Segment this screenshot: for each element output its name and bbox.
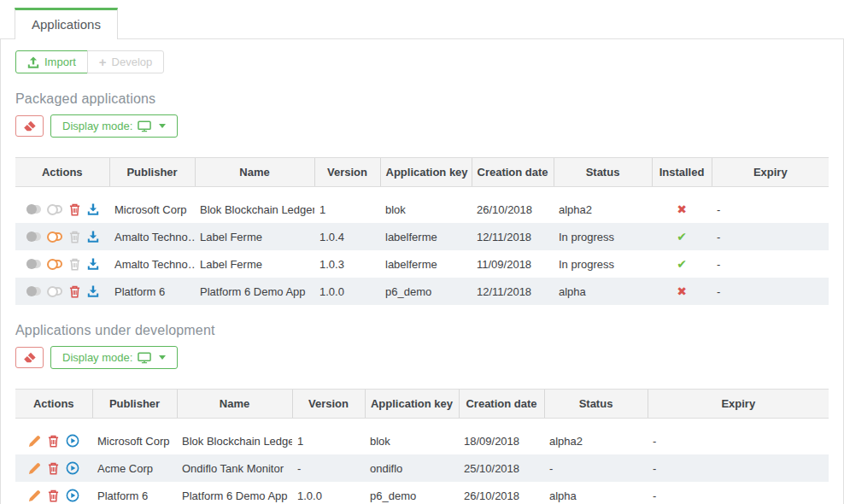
column-header-status: Status [544, 390, 648, 419]
status-cell: In progress [554, 250, 652, 278]
application-key-cell: labelferme [380, 250, 472, 278]
play-icon[interactable] [66, 461, 79, 475]
column-header-name: Name [195, 158, 314, 187]
expiry-cell: - [648, 482, 829, 504]
column-header-installed: Installed [652, 158, 712, 187]
play-icon[interactable] [66, 434, 79, 448]
eraser-button[interactable] [15, 347, 44, 368]
version-cell: - [292, 454, 365, 482]
application-key-cell: p6_demo [365, 482, 459, 504]
creation-date-cell: 18/09/2018 [459, 419, 544, 455]
packaged-controls: Display mode: [15, 114, 829, 138]
table-header-row: Actions Publisher Name Version Applicati… [15, 158, 829, 187]
creation-date-cell: 12/11/2018 [472, 223, 554, 250]
toggle-off-solid-icon[interactable] [26, 232, 41, 241]
table-header-row: Actions Publisher Name Version Applicati… [15, 390, 829, 419]
publisher-cell: Platform 6 [109, 278, 195, 305]
application-key-cell: ondiflo [365, 454, 459, 482]
delete-icon[interactable] [48, 435, 59, 448]
actions-cell [21, 461, 87, 475]
expiry-cell: - [712, 278, 829, 305]
toolbar: Import + Develop [15, 50, 164, 73]
delete-icon[interactable] [69, 285, 80, 298]
chevron-down-icon [159, 124, 166, 128]
display-mode-label: Display mode: [62, 120, 132, 132]
develop-label: Develop [112, 56, 153, 68]
version-cell: 1 [314, 187, 380, 224]
version-cell: 1 [292, 419, 365, 455]
edit-pencil-icon[interactable] [28, 462, 41, 475]
column-header-version: Version [314, 158, 380, 187]
eraser-button[interactable] [15, 115, 44, 137]
status-cell: alpha [554, 278, 652, 305]
name-cell: Platform 6 Demo App [177, 482, 292, 504]
creation-date-cell: 26/10/2018 [472, 187, 554, 224]
name-cell: Ondiflo Tank Monitor [177, 454, 292, 482]
actions-cell [21, 258, 104, 271]
column-header-creation-date: Creation date [472, 158, 554, 187]
column-header-application-key: Application key [365, 390, 459, 419]
delete-icon [69, 258, 80, 271]
monitor-icon [138, 352, 151, 364]
toggle-off-outline-icon[interactable] [48, 205, 62, 214]
edit-pencil-icon[interactable] [28, 435, 41, 448]
play-icon[interactable] [66, 489, 79, 502]
actions-cell [21, 434, 87, 448]
table-row: Acme Corp Ondiflo Tank Monitor - ondiflo… [15, 454, 829, 482]
publisher-cell: Microsoft Corp [109, 187, 195, 224]
develop-button: + Develop [87, 50, 164, 73]
column-header-creation-date: Creation date [459, 390, 544, 419]
download-icon[interactable] [87, 258, 99, 270]
toggle-on-outline-icon[interactable] [48, 260, 62, 268]
plus-icon: + [99, 56, 107, 67]
display-mode-button[interactable]: Display mode: [50, 346, 178, 369]
tab-applications[interactable]: Applications [15, 8, 118, 39]
actions-cell [21, 285, 104, 298]
download-icon[interactable] [87, 285, 99, 297]
table-row: Platform 6 Platform 6 Demo App 1.0.0 p6_… [15, 278, 829, 305]
delete-icon[interactable] [48, 489, 59, 502]
column-header-expiry: Expiry [712, 158, 829, 187]
table-row: Platform 6 Platform 6 Demo App 1.0.0 p6_… [15, 482, 829, 504]
eraser-icon [23, 352, 36, 363]
name-cell: Label Ferme [195, 250, 314, 278]
table-row: Microsoft Corp Blok Blockchain Ledger 1 … [15, 419, 829, 455]
table-row: Amalto Techno… Label Ferme 1.0.3 labelfe… [15, 250, 829, 278]
column-header-status: Status [554, 158, 652, 187]
column-header-expiry: Expiry [648, 390, 829, 419]
version-cell: 1.0.3 [314, 250, 380, 278]
expiry-cell: - [712, 223, 829, 250]
toggle-off-outline-icon[interactable] [48, 287, 62, 296]
creation-date-cell: 26/10/2018 [459, 482, 544, 504]
publisher-cell: Amalto Techno… [109, 250, 195, 278]
edit-pencil-icon[interactable] [28, 489, 41, 502]
display-mode-button[interactable]: Display mode: [50, 114, 178, 138]
download-icon[interactable] [87, 231, 99, 243]
delete-icon[interactable] [69, 203, 80, 216]
toggle-on-outline-icon[interactable] [48, 232, 62, 241]
version-cell: 1.0.0 [292, 482, 365, 504]
name-cell: Blok Blockchain Ledger [177, 419, 292, 455]
delete-icon[interactable] [48, 462, 59, 475]
version-cell: 1.0.0 [314, 278, 380, 305]
applications-panel: Import + Develop Packaged applications D… [0, 38, 844, 504]
actions-cell [21, 231, 104, 243]
installed-icon [677, 230, 687, 243]
table-row: Microsoft Corp Blok Blockchain Ledger 1 … [15, 187, 829, 224]
not-installed-icon [677, 284, 687, 298]
installed-icon [677, 257, 687, 271]
name-cell: Platform 6 Demo App [195, 278, 314, 305]
publisher-cell: Acme Corp [92, 454, 177, 482]
toggle-off-solid-icon[interactable] [26, 287, 41, 296]
version-cell: 1.0.4 [314, 223, 380, 250]
toggle-off-solid-icon[interactable] [26, 260, 41, 268]
expiry-cell: - [648, 454, 829, 482]
import-button[interactable]: Import [15, 50, 88, 73]
section-heading-development: Applications under development [15, 323, 829, 338]
actions-cell [21, 203, 104, 216]
toggle-off-solid-icon[interactable] [26, 205, 41, 214]
column-header-actions: Actions [15, 390, 92, 419]
tab-label: Applications [32, 17, 101, 32]
column-header-publisher: Publisher [109, 158, 195, 187]
download-icon[interactable] [87, 203, 99, 215]
